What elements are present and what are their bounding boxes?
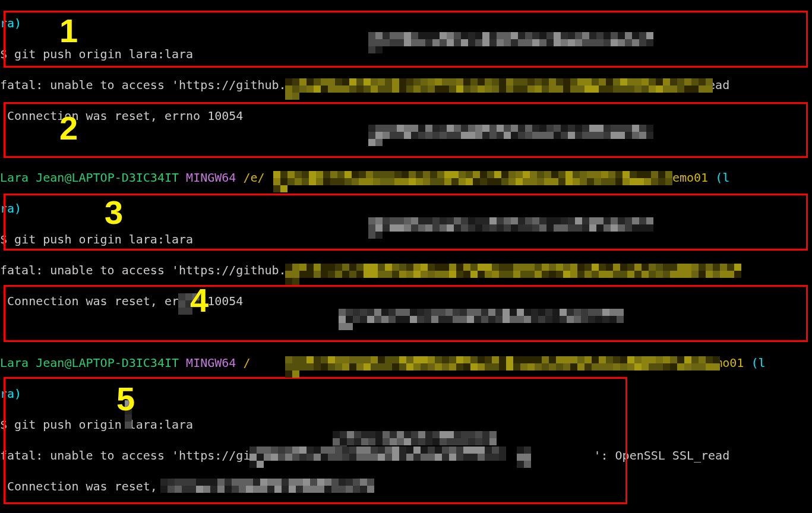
cmd-line: $ git push origin lara:lara (0, 46, 812, 62)
terminal[interactable]: ra) $ git push origin lara:lara fatal: u… (0, 0, 812, 513)
error-line: fatal: unable to access 'https://github.… (0, 262, 812, 278)
error-line: fatal: unable to access 'https://github.… (0, 448, 812, 463)
branch-tail: ra) (0, 201, 812, 216)
branch-tail: ra) (0, 386, 812, 401)
prompt-line: Lara Jean@LAPTOP-D3IC34IT MINGW64 /e/ lo… (0, 170, 812, 185)
error-line: Connection was reset, errno 10054 (0, 108, 812, 124)
error-line: Connection was reset, errno 10054 (0, 293, 812, 309)
error-line: fatal: unable to access 'https://github.… (0, 77, 812, 93)
cmd-line: $ git push origin lara:lara (0, 417, 812, 432)
error-line: Connection was reset, errno 10054 (0, 479, 812, 494)
branch-tail: ra) (0, 15, 812, 31)
cmd-line: $ git push origin lara:lara (0, 232, 812, 247)
prompt-line: Lara Jean@LAPTOP-D3IC34IT MINGW64 / orkf… (0, 355, 812, 370)
